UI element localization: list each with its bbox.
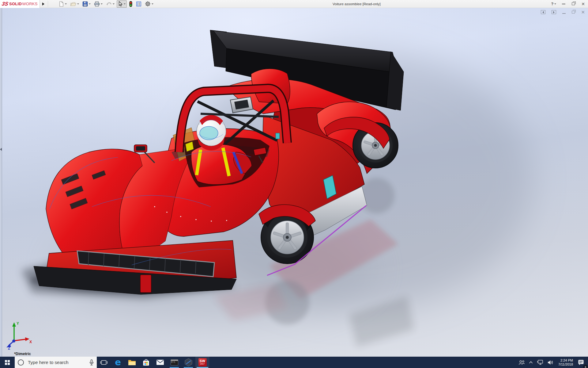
hexagon-app-button[interactable] [181,357,195,368]
race-car-3d-model[interactable] [0,8,588,357]
file-explorer-button[interactable] [125,357,139,368]
gear-icon [145,1,151,7]
undo-arrow-icon [106,1,112,7]
document-window-controls: ✕ [541,10,585,14]
window-controls: ? ✕ [549,0,588,8]
dropdown-caret[interactable] [89,3,91,5]
rebuild-button[interactable] [128,0,134,8]
close-button[interactable]: ✕ [578,0,588,8]
solidworks-logo[interactable]: 3S SOLID WORKS [0,0,40,8]
help-button[interactable]: ? [549,0,559,8]
quick-access-toolbar [57,0,155,8]
hidden-icons-button[interactable] [527,357,535,368]
taskbar-clock[interactable]: 2:24 PM 7/11/2018 [556,358,576,366]
dropdown-caret[interactable] [113,3,115,5]
list-properties-icon [136,1,141,7]
triad-x-label: X [29,340,32,344]
mail-icon [156,359,164,365]
dropdown-caret[interactable] [554,3,556,5]
print-button[interactable] [93,0,104,8]
people-button[interactable] [517,357,527,368]
previous-pane-button[interactable] [541,10,545,14]
cortana-icon [18,359,24,366]
new-document-button[interactable] [57,0,68,8]
help-icon: ? [551,2,554,6]
triad-z-label: Z [8,346,10,350]
command-prompt-button[interactable]: C:\ [167,357,181,368]
system-tray: 2:24 PM 7/11/2018 3 [517,357,588,368]
solidworks-2017-icon: SW 2017 [198,358,207,366]
solidworks-taskbar-button[interactable]: SW 2017 [195,357,209,368]
feature-manager-collapsed-strip[interactable] [0,8,2,357]
file-properties-button[interactable] [135,0,143,8]
search-placeholder: Type here to search [28,360,89,365]
save-button[interactable] [81,0,92,8]
dropdown-caret[interactable] [77,3,79,5]
task-view-button[interactable] [97,357,111,368]
restore-icon [572,2,575,5]
action-center-button[interactable]: 3 [576,357,586,368]
file-explorer-icon [128,359,136,366]
view-orientation-label: *Dimetric [14,352,31,356]
store-button[interactable] [139,357,153,368]
3ds-logo-mark: 3S [2,1,9,6]
orientation-triad: Y X Z [4,320,32,350]
close-icon: ✕ [581,10,585,14]
document-title: Voiture assomblee [Read-only] [333,0,381,8]
new-document-icon [58,1,64,7]
start-button[interactable] [0,357,15,368]
ethernet-icon [537,360,543,365]
taskbar-search[interactable]: Type here to search [15,357,97,368]
doc-close-button[interactable]: ✕ [581,10,585,14]
dropdown-caret[interactable] [152,3,153,5]
open-folder-icon [70,1,76,7]
left-arrow-icon [542,11,544,13]
store-icon [142,359,150,366]
windows-logo-icon [5,360,10,365]
minimize-button[interactable] [559,0,568,8]
collapse-arrow-icon [0,148,2,151]
hexagon-app-icon [184,358,193,366]
triad-y-label: Y [17,321,19,326]
restore-button[interactable] [568,0,578,8]
right-arrow-icon [553,11,555,13]
printer-icon [94,1,100,7]
cursor-arrow-icon [118,1,123,7]
people-icon [519,360,525,365]
tray-time: 2:24 PM [560,358,573,362]
graphics-viewport[interactable]: ✕ Y X Z *Dimetric [0,8,588,357]
speaker-icon [548,360,553,365]
microphone-icon[interactable] [89,359,94,366]
windows-taskbar: Type here to search e [0,357,588,368]
brand-solid: SOLID [9,2,22,6]
notification-count-badge: 3 [583,365,588,368]
doc-restore-button[interactable] [572,11,575,13]
command-prompt-icon: C:\ [171,359,178,366]
select-tool-button[interactable] [117,0,127,8]
next-pane-button[interactable] [552,10,556,14]
open-button[interactable] [69,0,80,8]
edge-icon: e [115,358,121,367]
options-button[interactable] [144,0,155,8]
undo-button[interactable] [105,0,116,8]
dropdown-caret[interactable] [65,3,67,5]
helmet-visor [200,126,218,140]
brand-works: WORKS [22,2,38,6]
dropdown-caret[interactable] [124,3,126,5]
minimize-icon [562,13,566,14]
minimize-icon [562,4,565,4]
mail-button[interactable] [153,357,167,368]
volume-button[interactable] [545,357,556,368]
toolbar-separator [48,1,48,7]
edge-button[interactable]: e [111,357,125,368]
task-view-icon [100,360,107,365]
chevron-up-icon [529,361,533,364]
network-button[interactable] [535,357,545,368]
play-arrow-icon [42,2,44,6]
traffic-light-icon [129,1,133,7]
taskbar-app-icons: e [97,357,209,368]
doc-minimize-button[interactable] [562,11,566,14]
dropdown-caret[interactable] [101,3,103,5]
menu-expand-arrow[interactable] [40,1,46,7]
restore-icon [572,11,575,13]
